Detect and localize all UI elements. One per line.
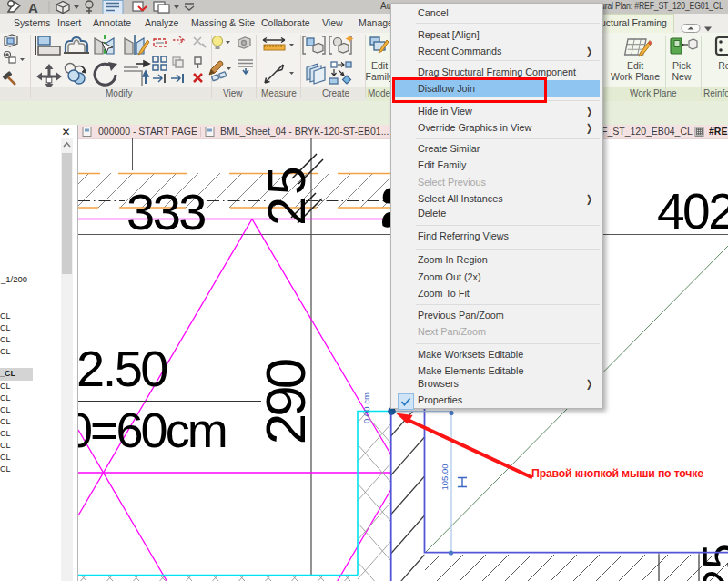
svg-text:25: 25 (258, 164, 316, 225)
svg-text:Work Plane: Work Plane (611, 71, 660, 82)
svg-text:2.50: 2.50 (78, 340, 167, 397)
svg-text:New: New (672, 71, 691, 82)
svg-text:Edit: Edit (627, 60, 643, 71)
svg-text:333: 333 (126, 183, 205, 240)
svg-text:A: A (28, 0, 38, 15)
svg-text:402: 402 (657, 183, 728, 240)
svg-text:Re: Re (718, 60, 728, 71)
svg-text:Edit: Edit (371, 60, 388, 71)
svg-text:Pick: Pick (672, 60, 692, 71)
svg-text:0.00 cm: 0.00 cm (361, 392, 371, 423)
svg-text:0=60cm: 0=60cm (78, 403, 226, 457)
svg-text:25: 25 (694, 544, 728, 581)
svg-text:290: 290 (254, 359, 317, 444)
